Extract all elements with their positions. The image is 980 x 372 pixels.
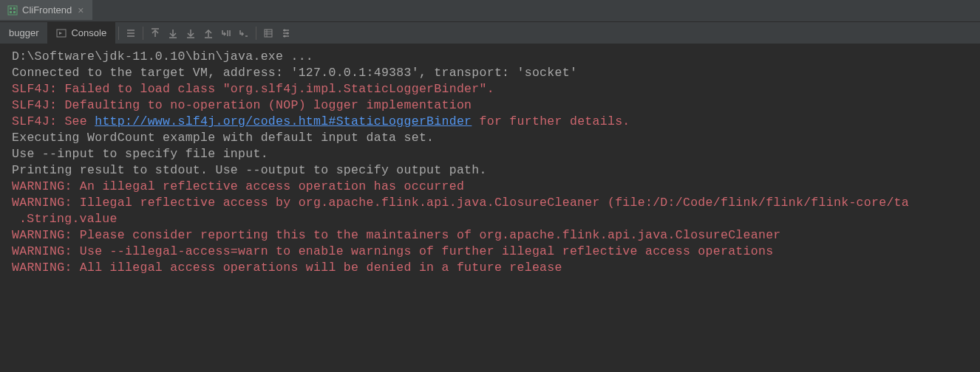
up-arrow-2-icon[interactable]	[200, 24, 217, 42]
console-line: SLF4J: Failed to load class "org.slf4j.i…	[12, 81, 980, 97]
console-line: WARNING: Please consider reporting this …	[12, 227, 980, 244]
console-line: .String.value	[12, 211, 980, 227]
console-line: Use --input to specify file input.	[12, 146, 980, 162]
debugger-tab[interactable]: bugger	[0, 22, 47, 44]
svg-rect-4	[13, 11, 16, 13]
svg-rect-3	[10, 11, 12, 13]
file-tab-bar: CliFrontend ×	[0, 0, 980, 22]
file-tab[interactable]: CliFrontend ×	[0, 0, 92, 21]
svg-rect-1	[10, 7, 12, 10]
console-line: D:\Software\jdk-11.0.10\bin\java.exe ...	[12, 49, 980, 65]
console-output[interactable]: D:\Software\jdk-11.0.10\bin\java.exe ...…	[0, 44, 980, 372]
play-icon	[56, 28, 67, 38]
step-over-icon[interactable]	[217, 24, 235, 42]
console-line: WARNING: Illegal reflective access by or…	[12, 195, 980, 211]
debugger-tab-label: bugger	[9, 27, 38, 38]
console-line: SLF4J: Defaulting to no-operation (NOP) …	[12, 97, 980, 114]
console-line: Printing result to stdout. Use --output …	[12, 162, 980, 179]
console-line: WARNING: An illegal reflective access op…	[12, 179, 980, 195]
grid-icon[interactable]	[259, 24, 277, 42]
svg-rect-2	[13, 7, 16, 10]
console-tab[interactable]: Console	[47, 22, 115, 44]
console-line: SLF4J: See http://www.slf4j.org/codes.ht…	[12, 114, 980, 130]
file-tab-title: CliFrontend	[22, 4, 72, 16]
svg-point-29	[287, 32, 289, 34]
console-link[interactable]: http://www.slf4j.org/codes.html#StaticLo…	[95, 114, 472, 128]
debug-toolbar: bugger Console	[0, 22, 980, 44]
svg-rect-0	[8, 6, 17, 15]
up-arrow-icon[interactable]	[146, 24, 164, 42]
svg-rect-21	[265, 30, 272, 37]
separator	[118, 27, 119, 40]
list-icon[interactable]	[122, 24, 140, 42]
close-icon[interactable]: ×	[76, 4, 85, 16]
down-arrow-2-icon[interactable]	[182, 24, 200, 42]
step-into-icon[interactable]	[235, 24, 253, 42]
class-icon	[7, 5, 18, 16]
settings-icon[interactable]	[277, 24, 295, 42]
svg-point-30	[284, 35, 286, 37]
svg-marker-6	[59, 32, 62, 35]
separator	[143, 27, 143, 40]
console-line: WARNING: All illegal access operations w…	[12, 260, 980, 276]
console-line: Connected to the target VM, address: '12…	[12, 65, 980, 81]
svg-point-28	[284, 29, 286, 31]
console-tab-label: Console	[71, 27, 106, 38]
down-arrow-icon[interactable]	[164, 24, 182, 42]
console-line: WARNING: Use --illegal-access=warn to en…	[12, 244, 980, 260]
console-line: Executing WordCount example with default…	[12, 130, 980, 146]
separator	[256, 27, 256, 40]
